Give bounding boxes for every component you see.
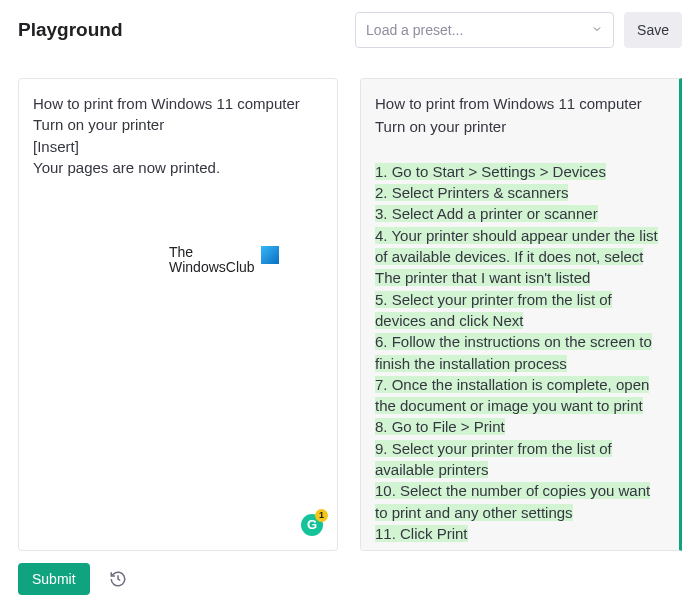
input-line: Turn on your printer: [33, 114, 323, 135]
footer: Submit: [0, 551, 700, 595]
input-line: How to print from Windows 11 computer: [33, 93, 323, 114]
output-steps: 1. Go to Start > Settings > Devices2. Se…: [375, 161, 665, 544]
top-controls: Load a preset... Save: [355, 12, 682, 48]
output-step: 1. Go to Start > Settings > Devices: [375, 163, 606, 180]
history-icon: [109, 570, 127, 588]
output-intro-line: How to print from Windows 11 computer: [375, 93, 665, 114]
output-step: 3. Select Add a printer or scanner: [375, 205, 598, 222]
output-step: 9. Select your printer from the list of …: [375, 440, 612, 478]
save-button[interactable]: Save: [624, 12, 682, 48]
output-step-row: 5. Select your printer from the list of …: [375, 289, 665, 332]
grammarly-icon[interactable]: G: [301, 514, 323, 536]
input-line: Your pages are now printed.: [33, 157, 323, 178]
output-step: 8. Go to File > Print: [375, 418, 505, 435]
input-line: [Insert]: [33, 136, 323, 157]
preset-select[interactable]: Load a preset...: [355, 12, 614, 48]
output-step: 10. Select the number of copies you want…: [375, 482, 650, 520]
chevron-down-icon: [591, 22, 603, 38]
submit-button[interactable]: Submit: [18, 563, 90, 595]
output-panel[interactable]: How to print from Windows 11 computerTur…: [360, 78, 682, 551]
input-panel[interactable]: How to print from Windows 11 computerTur…: [18, 78, 338, 551]
output-step: 2. Select Printers & scanners: [375, 184, 568, 201]
output-step: 7. Once the installation is complete, op…: [375, 376, 649, 414]
windows-logo-icon: [261, 246, 279, 264]
preset-placeholder: Load a preset...: [366, 22, 463, 38]
page-title: Playground: [18, 19, 123, 41]
output-step-row: 7. Once the installation is complete, op…: [375, 374, 665, 417]
output-step: 5. Select your printer from the list of …: [375, 291, 612, 329]
output-step: 4. Your printer should appear under the …: [375, 227, 658, 287]
output-step-row: 11. Click Print: [375, 523, 665, 544]
output-step: 11. Click Print: [375, 525, 468, 542]
output-step-row: 9. Select your printer from the list of …: [375, 438, 665, 481]
output-intro: How to print from Windows 11 computerTur…: [375, 93, 665, 138]
output-step-row: 2. Select Printers & scanners: [375, 182, 665, 203]
blank-line: [375, 140, 665, 161]
history-button[interactable]: [104, 565, 132, 593]
topbar: Playground Load a preset... Save: [0, 0, 700, 56]
output-step: 6. Follow the instructions on the screen…: [375, 333, 652, 371]
output-step-row: 6. Follow the instructions on the screen…: [375, 331, 665, 374]
output-step-row: 8. Go to File > Print: [375, 416, 665, 437]
watermark-text: The WindowsClub: [169, 245, 255, 276]
output-step-row: 3. Select Add a printer or scanner: [375, 203, 665, 224]
watermark: The WindowsClub: [169, 245, 279, 276]
panels: How to print from Windows 11 computerTur…: [0, 78, 700, 551]
output-step-row: 10. Select the number of copies you want…: [375, 480, 665, 523]
output-step-row: 1. Go to Start > Settings > Devices: [375, 161, 665, 182]
output-intro-line: Turn on your printer: [375, 116, 665, 137]
input-text: How to print from Windows 11 computerTur…: [33, 93, 323, 178]
output-step-row: 4. Your printer should appear under the …: [375, 225, 665, 289]
